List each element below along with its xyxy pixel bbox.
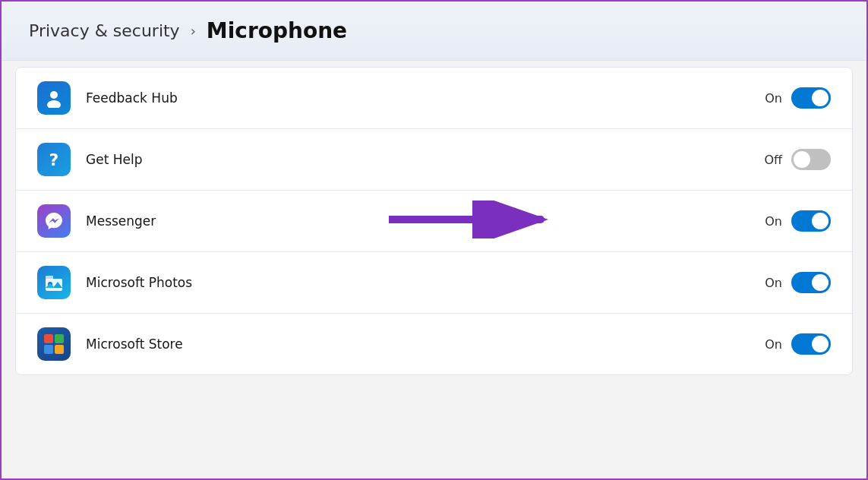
photos-toggle[interactable]	[791, 272, 831, 293]
store-cell-yellow	[55, 345, 64, 354]
photos-icon	[37, 266, 71, 299]
get-help-icon: ?	[37, 143, 71, 176]
store-cell-green	[55, 334, 64, 343]
arrow-icon	[389, 201, 556, 238]
get-help-toggle[interactable]	[791, 149, 831, 170]
store-cell-blue	[44, 345, 53, 354]
page-header: Privacy & security › Microphone	[2, 2, 866, 61]
svg-point-0	[50, 91, 58, 99]
person-icon	[44, 88, 64, 108]
messenger-icon	[37, 204, 71, 238]
arrow-annotation	[389, 201, 556, 242]
feedback-hub-status: On	[755, 91, 782, 106]
feedback-hub-toggle-track[interactable]	[791, 87, 831, 109]
messenger-toggle[interactable]	[791, 210, 831, 232]
app-list: Feedback Hub On ? Get Help Off Messenger	[15, 67, 853, 375]
get-help-toggle-track[interactable]	[791, 149, 831, 170]
get-help-toggle-thumb	[794, 151, 810, 168]
store-toggle-thumb	[812, 336, 829, 352]
store-icon	[37, 327, 71, 361]
breadcrumb-prefix: Privacy & security	[29, 21, 180, 40]
store-name: Microsoft Store	[86, 336, 755, 352]
store-grid-icon	[44, 334, 64, 354]
photos-status: On	[755, 276, 782, 290]
feedback-hub-name: Feedback Hub	[86, 90, 755, 106]
question-mark-icon: ?	[49, 150, 59, 169]
store-toggle[interactable]	[791, 333, 831, 355]
messenger-toggle-track[interactable]	[791, 210, 831, 232]
photos-logo-icon	[44, 273, 64, 292]
photos-toggle-track[interactable]	[791, 272, 831, 293]
messenger-logo-icon	[44, 211, 64, 231]
photos-name: Microsoft Photos	[86, 275, 755, 290]
store-cell-red	[44, 334, 53, 343]
store-toggle-track[interactable]	[791, 333, 831, 355]
breadcrumb-chevron: ›	[191, 23, 196, 39]
app-row-feedback-hub: Feedback Hub On	[16, 68, 852, 129]
feedback-hub-icon	[37, 81, 71, 115]
svg-rect-6	[46, 276, 53, 280]
store-status: On	[755, 337, 782, 352]
get-help-status: Off	[755, 153, 782, 167]
page-title: Microphone	[207, 18, 347, 43]
svg-point-1	[47, 100, 61, 108]
messenger-toggle-thumb	[812, 213, 829, 229]
feedback-hub-toggle-thumb	[812, 90, 829, 106]
get-help-name: Get Help	[86, 152, 755, 167]
messenger-status: On	[755, 214, 782, 229]
feedback-hub-toggle[interactable]	[791, 87, 831, 109]
app-row-messenger: Messenger On	[16, 191, 852, 252]
app-row-microsoft-photos: Microsoft Photos On	[16, 252, 852, 314]
photos-toggle-thumb	[812, 274, 829, 291]
app-row-get-help: ? Get Help Off	[16, 129, 852, 191]
app-row-microsoft-store: Microsoft Store On	[16, 314, 852, 374]
